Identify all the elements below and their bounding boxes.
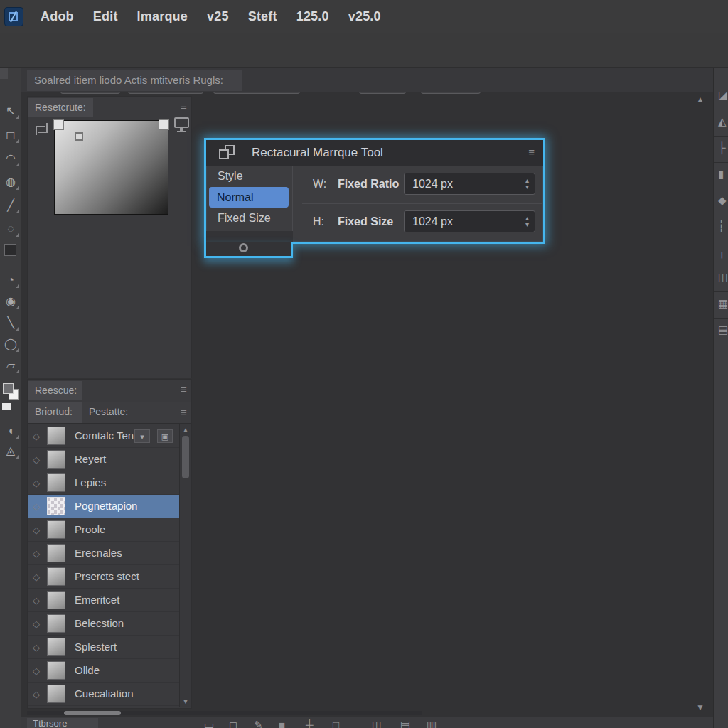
menu-item-v250[interactable]: v25.0 bbox=[348, 9, 381, 24]
panel-grid-icon[interactable]: ◫ bbox=[372, 719, 382, 728]
menu-item-125[interactable]: 125.0 bbox=[296, 9, 329, 24]
visibility-diamond-icon[interactable]: ◇ bbox=[33, 619, 40, 629]
visibility-diamond-icon[interactable]: ◇ bbox=[33, 665, 40, 676]
visibility-diamond-icon[interactable]: ◇ bbox=[33, 454, 40, 465]
visibility-diamond-icon[interactable]: ◇ bbox=[33, 642, 40, 653]
layer-row[interactable]: ◇ Splestert bbox=[28, 636, 179, 659]
rectangle-icon[interactable]: ▭ bbox=[204, 719, 214, 728]
anchor-handle[interactable] bbox=[75, 132, 83, 141]
lasso-icon[interactable]: ◻ bbox=[229, 719, 237, 728]
layers-subtab-pestatte[interactable]: Pestatte: bbox=[89, 406, 128, 417]
layers-icon[interactable]: ◫ bbox=[718, 271, 728, 284]
horizontal-scrollbar[interactable] bbox=[27, 711, 422, 715]
visibility-diamond-icon[interactable]: ◇ bbox=[33, 431, 40, 441]
default-colors-icon[interactable] bbox=[2, 403, 11, 410]
histogram-icon[interactable]: ├ bbox=[718, 141, 726, 154]
monitor-icon[interactable] bbox=[174, 117, 189, 128]
channels-icon[interactable]: ▦ bbox=[718, 297, 728, 310]
properties-icon[interactable]: ▮ bbox=[718, 168, 724, 181]
paths-icon[interactable]: ▤ bbox=[718, 323, 728, 336]
panel-menu-icon[interactable]: ≡ bbox=[181, 406, 187, 418]
layer-row[interactable]: ◇ Erecnales bbox=[28, 542, 179, 565]
scroll-down-arrow[interactable]: ▼ bbox=[696, 702, 705, 712]
marquee-tool[interactable]: ◻ bbox=[0, 127, 21, 144]
brush-panel-icon[interactable]: ◪ bbox=[718, 89, 728, 102]
panel-columns-icon[interactable]: ▥ bbox=[427, 719, 437, 728]
scroll-down-icon[interactable]: ▼ bbox=[182, 697, 189, 705]
panel-rows-icon[interactable]: ▤ bbox=[400, 719, 410, 728]
visibility-diamond-icon[interactable]: ◇ bbox=[33, 478, 40, 488]
visibility-diamond-icon[interactable]: ◇ bbox=[33, 572, 40, 582]
layer-row[interactable]: ◇ Comtalc Tent ▾ ▣ bbox=[28, 424, 179, 448]
hand-tool[interactable]: ◖ bbox=[0, 423, 21, 440]
layer-thumbnail[interactable] bbox=[47, 450, 65, 469]
layer-row[interactable]: ◇ Belecstion bbox=[28, 612, 179, 636]
color-icon[interactable]: ◆ bbox=[718, 194, 727, 207]
crop-icon[interactable] bbox=[34, 122, 50, 138]
resize-handle-top-right[interactable] bbox=[159, 119, 169, 130]
scrollbar-thumb[interactable] bbox=[182, 436, 189, 478]
layer-thumbnail[interactable] bbox=[47, 567, 65, 586]
quick-selection-tool[interactable]: ◔ bbox=[0, 272, 21, 289]
panel-menu-icon[interactable]: ≡ bbox=[181, 100, 187, 112]
menu-item-imarque[interactable]: Imarque bbox=[137, 9, 188, 24]
preview-panel-tab[interactable]: Resetcrute: bbox=[28, 98, 93, 117]
height-stepper[interactable]: ▴ ▾ bbox=[525, 215, 529, 228]
panel-menu-icon[interactable]: ≡ bbox=[181, 383, 187, 395]
magnetic-lasso-tool[interactable]: ◍ bbox=[0, 174, 21, 191]
toolbox-collapse-tab[interactable] bbox=[0, 68, 8, 79]
axis-icon[interactable]: ┼ bbox=[306, 719, 314, 728]
visibility-diamond-icon[interactable]: ◇ bbox=[33, 689, 40, 700]
move-tool[interactable]: ↖ bbox=[0, 103, 21, 120]
resize-handle-top-left[interactable] bbox=[53, 119, 64, 130]
layer-expand-icon[interactable]: ▾ bbox=[134, 429, 150, 443]
brush-tool[interactable]: ╱ bbox=[0, 198, 21, 215]
layer-thumbnail[interactable] bbox=[47, 614, 65, 633]
scroll-up-arrow[interactable]: ▲ bbox=[696, 95, 705, 105]
ellipse-tool[interactable]: ◯ bbox=[0, 336, 21, 353]
foreground-background-swatches[interactable] bbox=[1, 382, 20, 414]
foreground-color-swatch[interactable] bbox=[3, 383, 14, 394]
layers-panel-tab-reescue[interactable]: Reescue: bbox=[28, 381, 82, 400]
square-icon[interactable]: □ bbox=[333, 719, 339, 728]
zoom-tool[interactable]: ◬ bbox=[0, 443, 21, 460]
menu-item-steft[interactable]: Steft bbox=[248, 9, 277, 24]
layer-row[interactable]: ◇ Lepies bbox=[28, 471, 179, 495]
swatch-icon[interactable]: ■ bbox=[279, 719, 285, 728]
visibility-diamond-icon[interactable]: ◇ bbox=[33, 548, 40, 559]
layer-row[interactable]: ◇ Cuecaliation bbox=[28, 682, 179, 706]
layer-thumbnail[interactable] bbox=[47, 638, 65, 656]
pen-icon[interactable]: ✎ bbox=[254, 719, 263, 728]
scrollbar-thumb[interactable] bbox=[64, 711, 121, 715]
visibility-diamond-icon[interactable]: ◇ bbox=[33, 501, 40, 512]
document-preview-thumbnail[interactable] bbox=[54, 120, 168, 215]
layer-mask-icon[interactable]: ▣ bbox=[157, 429, 173, 443]
scroll-up-icon[interactable]: ▲ bbox=[182, 426, 189, 434]
layer-row[interactable]: ◇ Proole bbox=[28, 518, 179, 542]
eraser-tool[interactable]: ◌ bbox=[0, 221, 21, 238]
clone-stamp-tool[interactable]: ◉ bbox=[0, 294, 21, 311]
layer-thumbnail-checker[interactable] bbox=[47, 497, 65, 515]
swatch-square-icon[interactable] bbox=[4, 244, 16, 256]
visibility-diamond-icon[interactable]: ◇ bbox=[33, 525, 40, 535]
menu-item-edit[interactable]: Edit bbox=[93, 9, 118, 24]
stepper-down-icon[interactable]: ▾ bbox=[525, 221, 529, 228]
layer-thumbnail[interactable] bbox=[47, 544, 65, 562]
layer-thumbnail[interactable] bbox=[47, 473, 65, 492]
layers-scrollbar[interactable]: ▲ ▼ bbox=[179, 424, 191, 707]
popup-menu-icon[interactable]: ≡ bbox=[528, 146, 535, 158]
visibility-diamond-icon[interactable]: ◇ bbox=[33, 595, 40, 606]
layer-thumbnail[interactable] bbox=[47, 685, 65, 703]
layer-row[interactable]: ◇ Prsercts stect bbox=[28, 565, 179, 589]
layer-thumbnail[interactable] bbox=[47, 427, 65, 445]
type-icon[interactable]: ┬ bbox=[718, 245, 726, 257]
layers-subtab-briortud[interactable]: Briortud: bbox=[28, 402, 82, 423]
adjustments-icon[interactable]: ◭ bbox=[718, 115, 727, 128]
stepper-down-icon[interactable]: ▾ bbox=[525, 183, 529, 190]
layer-row[interactable]: ◇ Emeritcet bbox=[28, 589, 179, 612]
layer-row[interactable]: ◇ Reyert bbox=[28, 448, 179, 471]
layer-row-selected[interactable]: ◇ Pognettapion bbox=[28, 495, 179, 518]
layer-thumbnail[interactable] bbox=[47, 520, 65, 539]
pen-tool[interactable]: ╲ bbox=[0, 315, 21, 332]
layer-thumbnail[interactable] bbox=[47, 661, 65, 680]
